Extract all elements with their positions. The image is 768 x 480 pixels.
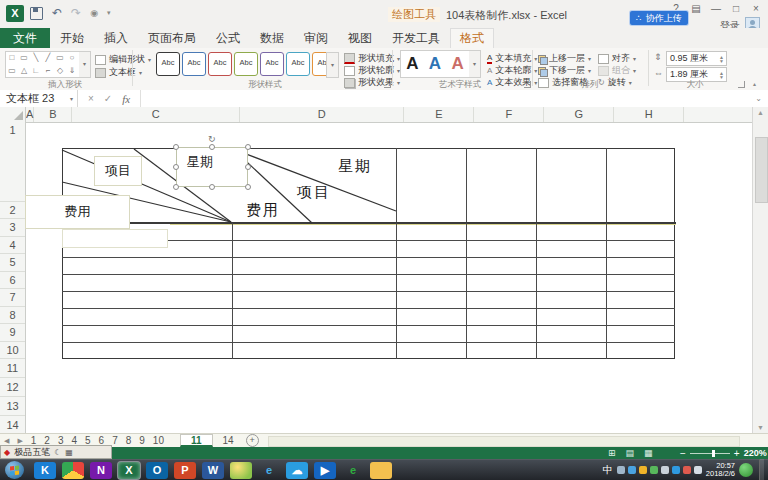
tab-view[interactable]: 视图 bbox=[338, 28, 382, 48]
textbox-cost[interactable]: 费用 bbox=[25, 195, 130, 229]
shape-style-1[interactable]: Abc bbox=[156, 52, 180, 76]
ime-keyboard-icon[interactable]: ▦ bbox=[65, 448, 73, 457]
column-header[interactable]: C bbox=[72, 107, 240, 122]
shape-gallery-item[interactable]: ▭ bbox=[18, 52, 30, 64]
shape-style-4[interactable]: Abc bbox=[234, 52, 258, 76]
taskbar-icon-powerpoint[interactable]: P bbox=[174, 462, 196, 479]
restore-button[interactable]: □ bbox=[728, 2, 744, 16]
row-header[interactable]: 14 bbox=[0, 416, 25, 433]
textbox-project[interactable]: 项目 bbox=[94, 156, 142, 186]
shape-style-more-icon[interactable]: ▾ bbox=[326, 52, 339, 78]
shape-style-2[interactable]: Abc bbox=[182, 52, 206, 76]
taskbar-icon-chrome[interactable] bbox=[62, 462, 84, 479]
shape-gallery-item[interactable]: △ bbox=[18, 65, 30, 77]
shape-style-3[interactable]: Abc bbox=[208, 52, 232, 76]
tab-developer[interactable]: 开发工具 bbox=[382, 28, 450, 48]
taskbar-icon-arrow[interactable]: ▶ bbox=[314, 462, 336, 479]
shape-gallery-item[interactable]: ▭ bbox=[54, 52, 66, 64]
tray-icon-3[interactable] bbox=[639, 466, 647, 474]
row-header[interactable]: 10 bbox=[0, 342, 25, 360]
row-header[interactable]: 1 bbox=[0, 122, 25, 202]
taskbar-icon-ie[interactable]: e bbox=[258, 462, 280, 479]
column-header[interactable]: A bbox=[26, 107, 34, 122]
column-header[interactable]: G bbox=[544, 107, 614, 122]
row-header[interactable]: 11 bbox=[0, 359, 25, 378]
zoom-in-icon[interactable]: + bbox=[734, 448, 740, 459]
textbox-week-selected[interactable]: 星期 bbox=[176, 147, 248, 187]
row-header[interactable]: 13 bbox=[0, 397, 25, 416]
sheet-tab[interactable]: 10 bbox=[149, 435, 168, 446]
row-header[interactable]: 7 bbox=[0, 289, 25, 307]
scroll-down-icon[interactable]: ▼ bbox=[753, 424, 768, 431]
selection-handle[interactable] bbox=[209, 144, 215, 150]
wordart-style-3[interactable]: A bbox=[452, 52, 464, 76]
360-safety-ball-icon[interactable] bbox=[739, 463, 753, 477]
minimize-button[interactable]: — bbox=[708, 2, 724, 16]
textbox-empty[interactable] bbox=[62, 229, 168, 248]
row-header[interactable]: 2 bbox=[0, 202, 25, 219]
column-header[interactable]: D bbox=[240, 107, 404, 122]
taskbar-icon-onenote[interactable]: N bbox=[90, 462, 112, 479]
page-layout-view-icon[interactable]: ▤ bbox=[626, 447, 635, 459]
taskbar-icon-360-ball[interactable] bbox=[230, 462, 252, 479]
shape-gallery[interactable]: □▭╲╱▭○▭△∟⌐◇⇓ bbox=[5, 51, 81, 78]
tray-icon-8[interactable] bbox=[694, 466, 702, 474]
taskbar-icon-excel[interactable]: X bbox=[118, 462, 140, 479]
column-header[interactable]: H bbox=[614, 107, 684, 122]
shape-height-field[interactable]: 0.95 厘米 ▲▼ bbox=[666, 51, 727, 66]
taskbar-icon-folder[interactable] bbox=[370, 462, 392, 479]
selection-handle[interactable] bbox=[245, 164, 251, 170]
start-button[interactable] bbox=[5, 461, 24, 479]
edit-shape-button[interactable]: 编辑形状▾ bbox=[95, 53, 151, 66]
tab-data[interactable]: 数据 bbox=[250, 28, 294, 48]
close-button[interactable]: × bbox=[748, 2, 764, 16]
enter-icon[interactable]: ✓ bbox=[104, 93, 112, 104]
new-sheet-button[interactable]: + bbox=[246, 434, 259, 447]
shape-gallery-item[interactable]: ╲ bbox=[30, 52, 42, 64]
height-spinner[interactable]: ▲▼ bbox=[719, 55, 726, 63]
selection-handle[interactable] bbox=[209, 184, 215, 190]
wordart-more-icon[interactable]: ▾ bbox=[469, 50, 481, 78]
collaborate-upload-button[interactable]: ∴ 协作上传 bbox=[630, 11, 688, 25]
tab-file[interactable]: 文件 bbox=[0, 28, 50, 48]
tray-icon-5[interactable] bbox=[661, 466, 669, 474]
rotate-handle-icon[interactable]: ↻ bbox=[208, 134, 216, 144]
taskbar-icon-cloud[interactable]: ☁ bbox=[286, 462, 308, 479]
row-header[interactable]: 5 bbox=[0, 254, 25, 272]
selection-handle[interactable] bbox=[173, 144, 179, 150]
shape-gallery-more-icon[interactable]: ▾ bbox=[79, 51, 91, 78]
redo-icon[interactable]: ↷ bbox=[71, 6, 81, 20]
tab-home[interactable]: 开始 bbox=[50, 28, 94, 48]
tray-icon-1[interactable] bbox=[617, 466, 625, 474]
shape-style-6[interactable]: Abc bbox=[286, 52, 310, 76]
sheet-nav-prev-icon[interactable]: ◀ bbox=[0, 437, 13, 445]
scroll-up-icon[interactable]: ▲ bbox=[753, 109, 768, 116]
show-desktop-button[interactable] bbox=[759, 459, 764, 480]
touch-mode-icon[interactable]: ◉ bbox=[90, 8, 98, 18]
tab-formulas[interactable]: 公式 bbox=[206, 28, 250, 48]
ime-moon-icon[interactable]: ☾ bbox=[54, 448, 61, 457]
tray-icon-2[interactable] bbox=[628, 466, 636, 474]
wordart-dialog-launcher[interactable] bbox=[524, 81, 531, 88]
sheet-tab[interactable]: 9 bbox=[135, 435, 149, 446]
tray-icon-6[interactable] bbox=[672, 466, 680, 474]
sheet-nav-next-icon[interactable]: ▶ bbox=[13, 437, 26, 445]
row-header[interactable]: 6 bbox=[0, 272, 25, 290]
shape-gallery-item[interactable]: ▭ bbox=[6, 65, 18, 77]
collapse-ribbon-icon[interactable]: ▴ bbox=[753, 80, 756, 87]
shape-styles-dialog-launcher[interactable] bbox=[384, 81, 391, 88]
row-header[interactable]: 12 bbox=[0, 378, 25, 397]
selection-handle[interactable] bbox=[245, 144, 251, 150]
name-box[interactable]: 文本框 23▾ bbox=[0, 90, 78, 107]
vertical-scrollbar[interactable]: ▲ ▼ bbox=[752, 107, 768, 433]
row-header[interactable]: 3 bbox=[0, 219, 25, 237]
normal-view-icon[interactable]: ⊞ bbox=[608, 447, 616, 459]
horizontal-scroll-thumb[interactable] bbox=[268, 436, 740, 447]
page-break-view-icon[interactable]: ▦ bbox=[644, 447, 653, 459]
shape-gallery-item[interactable]: ○ bbox=[66, 52, 78, 64]
ime-toolbar[interactable]: ◆ 极品五笔 ☾ ▦ bbox=[0, 445, 112, 459]
taskbar-icon-k[interactable]: K bbox=[34, 462, 56, 479]
zoom-slider-thumb[interactable] bbox=[712, 450, 715, 457]
sheet-tab-active[interactable]: 11 bbox=[180, 434, 213, 447]
taskbar-icon-green-e[interactable]: e bbox=[342, 462, 364, 479]
